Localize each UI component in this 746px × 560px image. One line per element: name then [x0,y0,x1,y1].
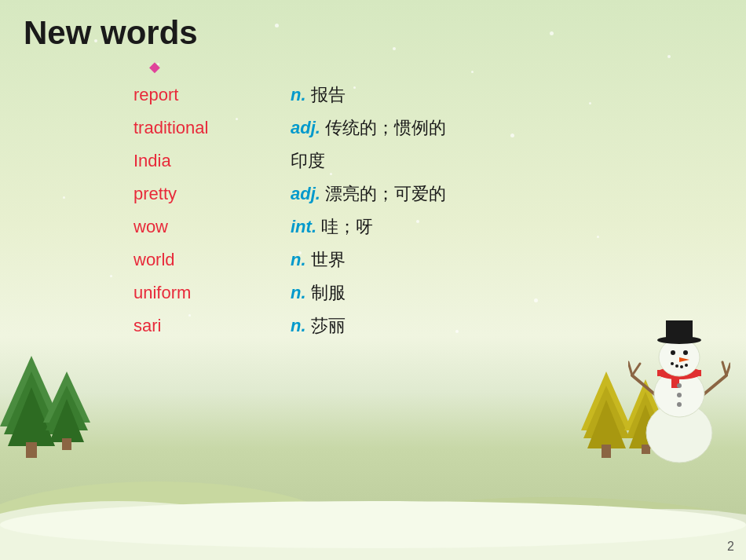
word-definition: adj. 传统的；惯例的 [291,116,722,140]
word-english: India [133,151,291,171]
word-english: uniform [133,283,291,303]
word-english: report [133,85,291,105]
page-number: 2 [727,540,734,554]
word-definition: 印度 [291,149,722,173]
word-english: sari [133,316,291,336]
word-pos: n. [291,316,306,335]
word-definition: n. 制服 [291,281,722,305]
word-pos: adj. [291,184,320,203]
word-definition: n. 报告 [291,83,722,107]
word-english: wow [133,217,291,237]
page-title: New words [24,14,722,52]
word-definition: adj. 漂亮的；可爱的 [291,182,722,206]
word-row: wowint. 哇；呀 [133,215,722,239]
word-pos: adj. [291,118,320,137]
word-row: India印度 [133,149,722,173]
word-definition: n. 莎丽 [291,314,722,338]
word-pos: n. [291,250,306,269]
word-row: worldn. 世界 [133,248,722,272]
word-english: traditional [133,118,291,138]
main-content: New words ◆ reportn. 报告traditionaladj. 传… [0,0,746,560]
word-pos: n. [291,283,306,302]
word-english: pretty [133,184,291,204]
word-row: sarin. 莎丽 [133,314,722,338]
word-definition: n. 世界 [291,248,722,272]
word-pos: n. [291,85,306,104]
word-row: prettyadj. 漂亮的；可爱的 [133,182,722,206]
word-row: uniformn. 制服 [133,281,722,305]
word-definition: int. 哇；呀 [291,215,722,239]
word-row: traditionaladj. 传统的；惯例的 [133,116,722,140]
diamond-bullet: ◆ [149,58,722,75]
word-english: world [133,250,291,270]
words-table: reportn. 报告traditionaladj. 传统的；惯例的India印… [133,83,722,338]
word-pos: int. [291,217,316,236]
word-row: reportn. 报告 [133,83,722,107]
